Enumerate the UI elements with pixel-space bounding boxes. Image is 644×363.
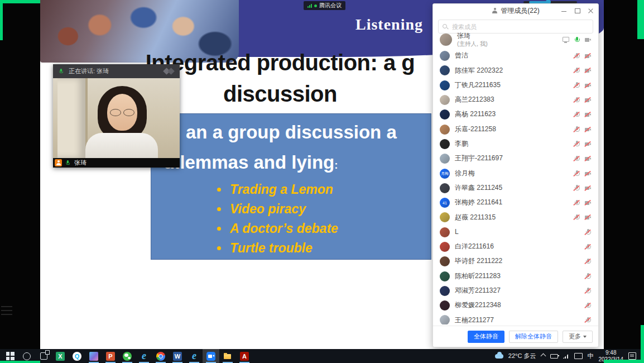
mic-muted-icon[interactable] bbox=[573, 97, 580, 104]
camera-muted-icon[interactable] bbox=[584, 67, 592, 74]
touch-keyboard-icon[interactable] bbox=[574, 353, 583, 359]
camera-muted-icon[interactable] bbox=[584, 126, 592, 133]
member-name: 乐嘉-2211258 bbox=[455, 126, 496, 133]
ie-glyph: e bbox=[140, 352, 148, 361]
member-row[interactable]: 王楠2211277 bbox=[433, 313, 598, 324]
mic-muted-icon[interactable] bbox=[573, 82, 580, 89]
mic-muted-icon[interactable] bbox=[573, 170, 580, 177]
taskbar-app-chrome-icon[interactable] bbox=[152, 349, 169, 363]
unmute-all-button[interactable]: 解除全体静音 bbox=[509, 331, 558, 343]
member-row[interactable]: 丁铁凡2211635 bbox=[433, 78, 598, 93]
taskbar-app-file-explorer-icon[interactable] bbox=[219, 349, 236, 363]
more-button[interactable]: 更多 bbox=[563, 331, 593, 343]
member-row[interactable]: 王翔宇-2211697 bbox=[433, 151, 598, 166]
minimize-button[interactable] bbox=[561, 8, 567, 14]
member-row[interactable]: 邓淑芳2211327 bbox=[433, 284, 598, 298]
member-row[interactable]: 月梅徐月梅 bbox=[433, 166, 598, 180]
webcam-titlebar[interactable]: 正在讲话: 张琦 bbox=[53, 64, 180, 78]
member-row[interactable]: 高杨 2211623 bbox=[433, 107, 598, 122]
camera-muted-icon[interactable] bbox=[584, 111, 592, 118]
battery-icon[interactable] bbox=[550, 354, 558, 359]
taskbar-app-excel-icon[interactable]: X bbox=[52, 349, 69, 363]
powerpoint-glyph: P bbox=[106, 352, 115, 361]
network-icon[interactable] bbox=[563, 354, 569, 359]
camera-muted-icon[interactable] bbox=[584, 140, 592, 147]
mic-muted-icon[interactable] bbox=[584, 302, 592, 309]
mic-muted-icon[interactable] bbox=[584, 243, 592, 251]
taskbar-app-wechat-icon[interactable] bbox=[119, 349, 136, 363]
close-button[interactable] bbox=[588, 8, 594, 14]
taskbar-app-ie-icon[interactable]: e bbox=[136, 349, 152, 363]
action-center-icon[interactable] bbox=[628, 352, 636, 360]
avatar bbox=[440, 286, 450, 296]
member-row[interactable]: 41张梅婷 2211641 bbox=[433, 195, 598, 210]
mic-muted-icon[interactable] bbox=[584, 287, 592, 294]
camera-icon[interactable] bbox=[584, 36, 592, 44]
member-row[interactable]: L bbox=[433, 225, 598, 240]
mic-muted-icon[interactable] bbox=[573, 140, 580, 147]
tray-expand-icon[interactable] bbox=[540, 354, 546, 359]
photos-glyph bbox=[89, 352, 98, 361]
maximize-button[interactable] bbox=[574, 8, 580, 14]
mic-muted-icon[interactable] bbox=[573, 126, 580, 133]
member-list[interactable]: 张琦(主持人, 我)曾洁陈佳军 2202322丁铁凡2211635高兰22123… bbox=[433, 31, 598, 324]
mic-muted-icon[interactable] bbox=[573, 67, 580, 74]
camera-muted-icon[interactable] bbox=[584, 170, 592, 177]
member-row[interactable]: 高兰2212383 bbox=[433, 93, 598, 107]
file-explorer-glyph bbox=[223, 352, 232, 361]
panel-titlebar[interactable]: 管理成员(22) bbox=[433, 4, 598, 17]
camera-muted-icon[interactable] bbox=[584, 184, 592, 192]
camera-muted-icon[interactable] bbox=[584, 214, 592, 221]
slide-corner-label: Listening bbox=[355, 16, 423, 34]
camera-muted-icon[interactable] bbox=[584, 199, 592, 207]
taskbar-app-ie-2-icon[interactable]: e bbox=[186, 349, 203, 363]
member-row[interactable]: 曾洁 bbox=[433, 49, 598, 63]
input-language[interactable]: 中 bbox=[588, 352, 594, 360]
clock-time: 9:48 bbox=[599, 350, 624, 356]
taskbar-app-qq-icon[interactable]: Q bbox=[69, 349, 85, 363]
mic-muted-icon[interactable] bbox=[584, 228, 592, 236]
camera-muted-icon[interactable] bbox=[584, 155, 592, 163]
mic-muted-icon[interactable] bbox=[584, 317, 592, 324]
mic-muted-icon[interactable] bbox=[584, 258, 592, 265]
meeting-status-pill[interactable]: 腾讯会议 bbox=[304, 1, 345, 10]
taskbar-app-tencent-meeting-icon[interactable] bbox=[203, 349, 219, 363]
taskbar-app-acrobat-icon[interactable]: A bbox=[236, 349, 253, 363]
mic-muted-icon[interactable] bbox=[573, 111, 580, 118]
camera-muted-icon[interactable] bbox=[584, 82, 592, 89]
member-row[interactable]: 白洋2211616 bbox=[433, 240, 598, 254]
mic-muted-icon[interactable] bbox=[573, 184, 580, 192]
member-row[interactable]: 毕诗舒 2211222 bbox=[433, 254, 598, 269]
avatar bbox=[440, 80, 450, 90]
wallpaper-accent bbox=[641, 325, 644, 363]
taskbar-app-photos-icon[interactable] bbox=[85, 349, 102, 363]
mic-muted-icon[interactable] bbox=[573, 52, 580, 60]
member-name: 张梅婷 2211641 bbox=[455, 199, 502, 207]
mic-muted-icon[interactable] bbox=[573, 199, 580, 207]
mic-on-icon[interactable] bbox=[573, 36, 580, 44]
mic-muted-icon[interactable] bbox=[573, 155, 580, 163]
member-name: 赵薇 2211315 bbox=[455, 214, 496, 222]
member-row[interactable]: 陈柏昕2211283 bbox=[433, 269, 598, 283]
mic-muted-icon[interactable] bbox=[584, 273, 592, 280]
camera-muted-icon[interactable] bbox=[584, 97, 592, 104]
member-row[interactable]: 乐嘉-2211258 bbox=[433, 122, 598, 136]
screen-share-icon[interactable] bbox=[561, 36, 569, 44]
member-row[interactable]: 柳爱媛2212348 bbox=[433, 298, 598, 313]
member-row[interactable]: 陈佳军 2202322 bbox=[433, 63, 598, 78]
avatar bbox=[440, 125, 450, 135]
webcam-window[interactable]: 正在讲话: 张琦 张琦 bbox=[53, 64, 180, 168]
member-row[interactable]: 许翠鑫 2211245 bbox=[433, 181, 598, 195]
mic-muted-icon[interactable] bbox=[573, 214, 580, 221]
taskbar-app-powerpoint-icon[interactable]: P bbox=[102, 349, 119, 363]
member-row[interactable]: 赵薇 2211315 bbox=[433, 210, 598, 225]
member-row[interactable]: 李鹏 bbox=[433, 137, 598, 151]
camera-muted-icon[interactable] bbox=[584, 52, 592, 60]
member-row[interactable]: 张琦(主持人, 我) bbox=[433, 31, 598, 49]
member-name: 曾洁 bbox=[455, 52, 468, 60]
mute-all-button[interactable]: 全体静音 bbox=[468, 331, 504, 343]
search-input[interactable] bbox=[451, 23, 589, 31]
desktop-shortcut-icon[interactable] bbox=[1, 306, 12, 316]
weather-label[interactable]: 22°C 多云 bbox=[508, 352, 536, 360]
taskbar-app-word-icon[interactable]: W bbox=[169, 349, 186, 363]
